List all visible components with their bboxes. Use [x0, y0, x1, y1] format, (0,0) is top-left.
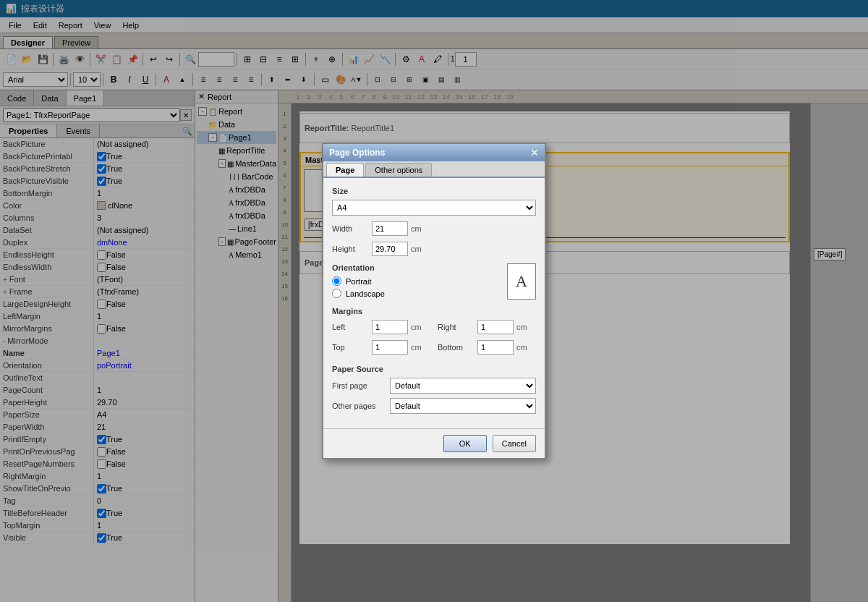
paper-source-section: Paper Source First page Default Tray 1 T…	[332, 365, 536, 414]
landscape-label: Landscape	[346, 289, 385, 298]
other-pages-label: Other pages	[332, 402, 390, 410]
height-label: Height	[332, 245, 372, 253]
left-margin-label: Left	[332, 323, 372, 331]
right-margin-input[interactable]: 1	[477, 320, 514, 334]
margins-label: Margins	[332, 307, 536, 315]
bottom-margin-unit: cm	[516, 343, 527, 352]
page-options-dialog: Page Options ✕ Page Other options Size A…	[322, 143, 546, 459]
landscape-radio[interactable]	[332, 289, 341, 298]
ok-button[interactable]: OK	[443, 435, 487, 452]
width-row: Width 21 cm	[332, 221, 536, 236]
margins-grid: Left 1 cm Right 1 cm Top 1 cm	[332, 320, 536, 357]
paper-source-label: Paper Source	[332, 365, 536, 373]
orientation-group: Portrait Landscape	[332, 276, 385, 298]
right-margin-row: Right 1 cm	[438, 320, 536, 334]
top-margin-unit: cm	[411, 343, 422, 352]
right-margin-label: Right	[438, 323, 477, 331]
dialog-footer: OK Cancel	[323, 428, 545, 458]
left-margin-unit: cm	[411, 323, 422, 331]
portrait-option[interactable]: Portrait	[332, 276, 385, 286]
dialog-tabs: Page Other options	[323, 161, 545, 178]
bottom-margin-input[interactable]: 1	[477, 340, 514, 355]
first-page-label: First page	[332, 381, 390, 390]
margins-section: Margins Left 1 cm Right 1 cm Top 1	[332, 307, 536, 357]
landscape-option[interactable]: Landscape	[332, 289, 385, 298]
dialog-body: Size A4 A3 Letter Legal Custom Width 21 …	[323, 178, 545, 428]
dialog-title-bar: Page Options ✕	[323, 144, 545, 161]
orientation-preview: A	[507, 263, 536, 300]
right-margin-unit: cm	[516, 323, 527, 331]
bottom-margin-row: Bottom 1 cm	[438, 340, 536, 355]
size-label: Size	[332, 187, 536, 195]
modal-overlay: Page Options ✕ Page Other options Size A…	[0, 0, 868, 602]
height-row: Height 29.70 cm	[332, 242, 536, 256]
width-label: Width	[332, 224, 372, 233]
top-margin-row: Top 1 cm	[332, 340, 430, 355]
left-margin-row: Left 1 cm	[332, 320, 430, 334]
height-unit: cm	[411, 245, 422, 253]
other-pages-row: Other pages Default Tray 1 Tray 2	[332, 398, 536, 414]
bottom-margin-label: Bottom	[438, 343, 477, 352]
orientation-preview-letter: A	[516, 272, 527, 291]
top-margin-label: Top	[332, 343, 372, 352]
portrait-radio[interactable]	[332, 276, 341, 286]
orientation-left: Orientation Portrait Landscape	[332, 263, 385, 298]
dialog-close-button[interactable]: ✕	[530, 147, 539, 158]
portrait-label: Portrait	[346, 277, 371, 286]
dialog-title-text: Page Options	[329, 148, 385, 158]
dialog-tab-other-options[interactable]: Other options	[365, 163, 432, 177]
size-section: Size A4 A3 Letter Legal Custom Width 21 …	[332, 187, 536, 256]
first-page-row: First page Default Tray 1 Tray 2	[332, 378, 536, 394]
width-input[interactable]: 21	[372, 221, 408, 236]
width-unit: cm	[411, 224, 422, 233]
first-page-select[interactable]: Default Tray 1 Tray 2	[390, 378, 536, 394]
size-preset-select[interactable]: A4 A3 Letter Legal Custom	[332, 200, 536, 216]
other-pages-select[interactable]: Default Tray 1 Tray 2	[390, 398, 536, 414]
orientation-label: Orientation	[332, 263, 385, 272]
left-margin-input[interactable]: 1	[372, 320, 408, 334]
orientation-section: Orientation Portrait Landscape A	[332, 263, 536, 300]
top-margin-input[interactable]: 1	[372, 340, 408, 355]
dialog-tab-page[interactable]: Page	[326, 163, 364, 177]
cancel-button[interactable]: Cancel	[493, 435, 536, 452]
height-input[interactable]: 29.70	[372, 242, 408, 256]
